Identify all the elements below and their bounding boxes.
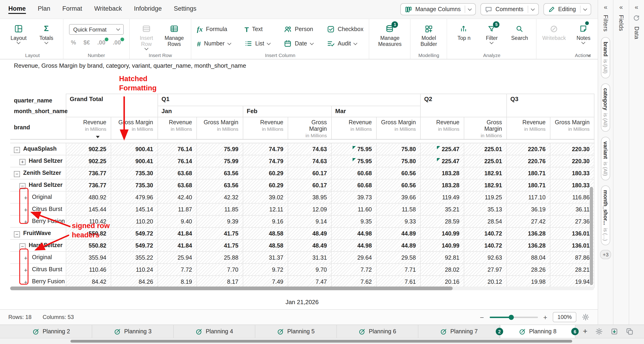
cell[interactable]: 183.28	[420, 179, 464, 191]
expand-icon[interactable]: +	[20, 159, 26, 165]
cell[interactable]: 28.54	[464, 215, 506, 227]
cell[interactable]: 7.49	[243, 276, 288, 288]
cell[interactable]: 900.41	[111, 143, 158, 155]
cell[interactable]: 9.14	[288, 215, 331, 227]
cell[interactable]: 220.30	[550, 155, 594, 167]
cell[interactable]: 48.49	[288, 239, 331, 251]
cell[interactable]: 9.35	[331, 215, 376, 227]
row-header-citrus-burst[interactable]: +Citrus Burst	[10, 263, 66, 276]
insert-audit-button[interactable]: Audit	[327, 37, 364, 50]
cell[interactable]: 75.80	[376, 155, 420, 167]
cell[interactable]: 48.58	[243, 227, 288, 239]
col-header-revenue[interactable]: Revenue in Millions	[66, 117, 111, 139]
col-header-revenue[interactable]: Revenue in Millions	[331, 117, 376, 139]
cell[interactable]: 7.62	[331, 276, 376, 288]
expand-icon[interactable]: +	[23, 219, 29, 225]
sheet-settings-gear-icon[interactable]	[595, 328, 603, 335]
col-header-gross-margin[interactable]: Gross Margin in Millions	[550, 117, 594, 139]
cell[interactable]: 9.39	[196, 215, 243, 227]
cell[interactable]: 76.14	[158, 143, 196, 155]
cell[interactable]: 41.84	[158, 239, 196, 251]
data-panel-tab[interactable]: Data	[633, 27, 640, 39]
add-sheet-button[interactable]: +	[583, 327, 588, 336]
row-header-hard-seltzer[interactable]: −Hard Seltzer	[10, 239, 66, 251]
filter-pill-variant[interactable]: variantis (All)	[601, 137, 610, 181]
cell[interactable]: 735.30	[111, 179, 158, 191]
fields-panel-tab[interactable]: Fields	[618, 15, 624, 31]
decrease-decimal-button[interactable]: .00	[113, 40, 121, 46]
insert-text-button[interactable]: T Text	[245, 23, 270, 36]
cell[interactable]: 180.33	[550, 179, 594, 191]
expand-data-icon[interactable]: «	[635, 4, 638, 10]
collapse-icon[interactable]: −	[14, 147, 20, 153]
cell[interactable]: 75.95	[331, 155, 376, 167]
cell[interactable]: 92.81	[420, 251, 464, 263]
sheet-tab-planning-3[interactable]: Planning 3	[92, 325, 174, 338]
menu-writeback[interactable]: Writeback	[94, 5, 122, 14]
cell[interactable]: 220.76	[506, 143, 550, 155]
cell[interactable]: 75.80	[376, 143, 420, 155]
cell[interactable]: 28.21	[550, 263, 594, 276]
cell[interactable]: 355.22	[111, 251, 158, 263]
manage-columns-button[interactable]: Manage Columns	[400, 3, 476, 15]
writeback-button[interactable]: Writeback	[542, 21, 566, 52]
cell[interactable]: 60.17	[288, 167, 331, 179]
row-header-original[interactable]: +Original	[10, 251, 66, 263]
zoom-level[interactable]: 100%	[553, 312, 576, 322]
cell[interactable]: 88.04	[506, 251, 550, 263]
zoom-slider[interactable]	[490, 314, 538, 320]
cell[interactable]: 27.36	[550, 215, 594, 227]
insert-person-button[interactable]: Person	[284, 23, 313, 36]
col-group-grand-total[interactable]: Grand Total	[66, 94, 158, 117]
cell[interactable]: 35.21	[420, 203, 464, 215]
cell[interactable]: 180.71	[506, 167, 550, 179]
comments-caret[interactable]	[528, 6, 534, 13]
cell[interactable]: 9.40	[158, 215, 196, 227]
layout-button[interactable]: Layout	[8, 21, 30, 52]
menu-settings[interactable]: Settings	[174, 5, 196, 14]
col-group-q3[interactable]: Q3	[506, 94, 594, 117]
menu-format[interactable]: Format	[62, 5, 82, 14]
zoom-out-button[interactable]: −	[480, 313, 484, 321]
expand-filters-icon[interactable]: «	[604, 4, 608, 10]
row-header-original[interactable]: +Original	[10, 191, 66, 203]
totals-button[interactable]: Σ Totals	[35, 21, 58, 52]
cell[interactable]: 41.84	[158, 227, 196, 239]
cell[interactable]: 119.49	[420, 191, 464, 203]
cell[interactable]: 182.91	[464, 167, 506, 179]
cell[interactable]: 225.01	[464, 143, 506, 155]
cell[interactable]: 74.79	[243, 143, 288, 155]
cell[interactable]: 7.70	[196, 263, 243, 276]
cell[interactable]: 140.99	[420, 227, 464, 239]
insert-checkbox-button[interactable]: Checkbox	[327, 23, 364, 36]
cell[interactable]: 183.28	[420, 167, 464, 179]
cell[interactable]: 11.87	[158, 203, 196, 215]
cell[interactable]: 180.33	[550, 167, 594, 179]
cell[interactable]: 140.99	[420, 239, 464, 251]
cell[interactable]: 74.63	[288, 143, 331, 155]
cell[interactable]: 31.31	[288, 251, 331, 263]
cell[interactable]: 182.91	[464, 179, 506, 191]
cell[interactable]: 75.95	[331, 143, 376, 155]
expand-icon[interactable]: +	[23, 195, 29, 201]
percent-format-button[interactable]: %	[71, 40, 76, 46]
sheet-tab-planning-2[interactable]: Planning 2	[11, 325, 92, 338]
cell[interactable]: 9.33	[376, 215, 420, 227]
insert-date-button[interactable]: Date	[284, 37, 313, 50]
cell[interactable]: 36.19	[506, 203, 550, 215]
col-header-gross-margin[interactable]: Gross Margin in Millions	[464, 117, 506, 139]
increase-decimal-button[interactable]: .00	[97, 40, 106, 46]
cell[interactable]: 48.49	[288, 227, 331, 239]
cell[interactable]: 20.16	[420, 276, 464, 288]
col-header-gross-margin[interactable]: Gross Margin in Millions	[376, 117, 420, 139]
row-header-hard-seltzer[interactable]: −Hard Seltzer	[10, 179, 66, 191]
cell[interactable]: 480.92	[66, 191, 111, 203]
cell[interactable]: 39.66	[376, 191, 420, 203]
cell[interactable]: 119.25	[464, 191, 506, 203]
cell[interactable]: 7.47	[288, 276, 331, 288]
currency-format-button[interactable]: $€	[84, 40, 90, 46]
cell[interactable]: 550.82	[66, 239, 111, 251]
col-header-gross-margin[interactable]: Gross Margin in Millions	[111, 117, 158, 139]
col-header-revenue[interactable]: Revenue in Millions	[506, 117, 550, 139]
col-month-feb[interactable]: Feb	[243, 106, 331, 117]
